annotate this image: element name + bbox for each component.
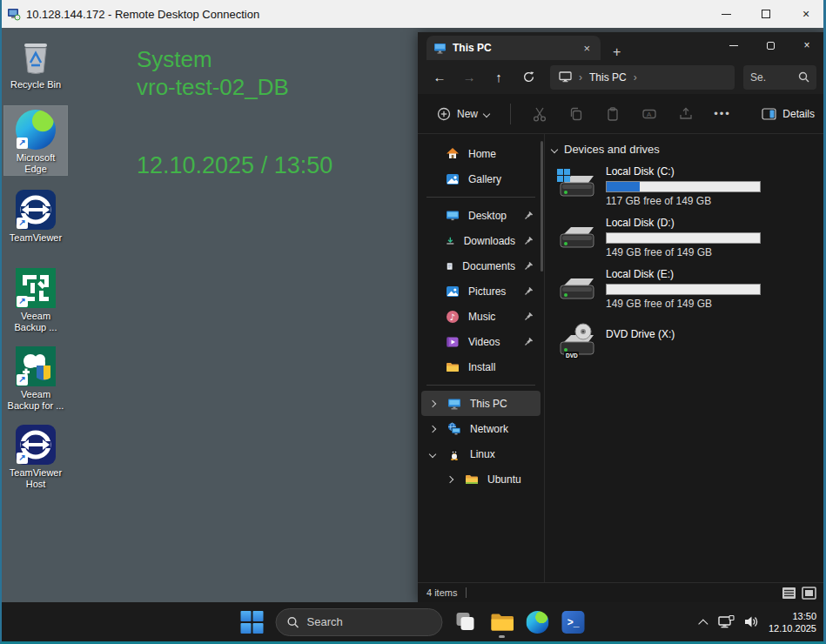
cut-button[interactable] bbox=[523, 106, 556, 122]
desktop-icon-microsoft-edge[interactable]: ↗ Microsoft Edge bbox=[4, 106, 67, 175]
chevron-right-icon[interactable] bbox=[444, 477, 456, 482]
sidebar-item-gallery[interactable]: Gallery bbox=[421, 166, 541, 191]
large-icons-view-button[interactable] bbox=[802, 587, 816, 600]
rename-button[interactable]: A bbox=[633, 106, 666, 122]
desktop-icon-teamviewer-host[interactable]: ↗ TeamViewer Host bbox=[4, 421, 67, 490]
rdp-minimize-button[interactable] bbox=[706, 0, 746, 28]
close-icon: × bbox=[803, 39, 809, 51]
tab-close-icon[interactable]: × bbox=[580, 42, 594, 55]
items-count: 4 items bbox=[426, 587, 457, 598]
desktop-icon-recycle-bin[interactable]: Recycle Bin bbox=[4, 33, 67, 91]
share-button[interactable] bbox=[669, 106, 702, 122]
taskbar-search-input[interactable]: Search bbox=[276, 608, 443, 636]
sidebar-item-pictures[interactable]: Pictures bbox=[421, 278, 541, 304]
sidebar-scrollbar[interactable] bbox=[541, 141, 543, 272]
taskbar-clock[interactable]: 13:50 12.10.2025 bbox=[769, 610, 816, 634]
pin-icon bbox=[524, 261, 534, 271]
more-options-button[interactable]: ••• bbox=[706, 107, 739, 120]
desktop-icon-veeam-backup-for[interactable]: ↗ Veeam Backup for ... bbox=[4, 343, 67, 412]
new-tab-button[interactable]: + bbox=[613, 44, 621, 60]
desktop-icon-label: TeamViewer bbox=[4, 232, 67, 244]
explorer-minimize-button[interactable] bbox=[715, 32, 752, 58]
paste-button[interactable] bbox=[596, 106, 629, 122]
refresh-button[interactable] bbox=[515, 70, 541, 84]
list-view-button[interactable] bbox=[782, 587, 796, 600]
address-bar[interactable]: › This PC › bbox=[550, 65, 735, 90]
desktop-icon-teamviewer[interactable]: ↗ TeamViewer bbox=[4, 186, 67, 244]
tray-show-hidden-icons-button[interactable] bbox=[698, 619, 708, 628]
explorer-close-button[interactable]: × bbox=[789, 32, 825, 58]
drive-item-e[interactable]: Local Disk (E:) 149 GB free of 149 GB bbox=[552, 264, 825, 315]
explorer-search-input[interactable]: Se. bbox=[743, 65, 816, 90]
edge-taskbar-button[interactable] bbox=[526, 610, 550, 634]
rdp-title: 10.128.144.172 - Remote Desktop Connecti… bbox=[26, 8, 259, 21]
sidebar-item-label: Music bbox=[468, 311, 515, 323]
rdp-maximize-button[interactable] bbox=[746, 0, 786, 28]
edge-icon: ↗ bbox=[16, 110, 56, 150]
start-button[interactable] bbox=[240, 610, 265, 634]
remote-desktop: Recycle Bin ↗ Microsoft Edge bbox=[2, 28, 823, 600]
bginfo-hostname: vro-test-02_DB bbox=[137, 73, 332, 101]
sidebar-item-ubuntu[interactable]: Ubuntu bbox=[421, 466, 541, 492]
sidebar-item-label: Desktop bbox=[468, 210, 515, 222]
drive-item-d[interactable]: Local Disk (D:) 149 GB free of 149 GB bbox=[552, 212, 825, 264]
sidebar-item-music[interactable]: ♪ Music bbox=[421, 304, 541, 329]
chevron-down-icon[interactable] bbox=[426, 452, 439, 457]
chevron-down-icon bbox=[551, 145, 558, 152]
rdp-close-button[interactable]: × bbox=[786, 0, 826, 28]
dvd-drive-icon: DVD bbox=[557, 323, 597, 358]
sidebar-item-downloads[interactable]: Downloads bbox=[421, 228, 541, 253]
this-pc-icon bbox=[559, 71, 572, 83]
sidebar-item-linux[interactable]: Linux bbox=[421, 441, 541, 466]
close-icon: × bbox=[802, 7, 809, 21]
details-toggle-button[interactable]: Details bbox=[762, 108, 815, 120]
breadcrumb-chevron-icon[interactable]: › bbox=[634, 71, 637, 84]
file-explorer-window: This PC × + × ← → ↑ › bbox=[418, 32, 825, 602]
sidebar-item-this-pc[interactable]: This PC bbox=[421, 391, 541, 416]
task-view-button[interactable] bbox=[454, 610, 479, 634]
shortcut-arrow-icon: ↗ bbox=[17, 296, 28, 307]
pictures-icon bbox=[446, 285, 460, 299]
search-icon bbox=[798, 71, 809, 83]
copy-button[interactable] bbox=[560, 106, 593, 122]
sidebar-item-home[interactable]: Home bbox=[421, 141, 541, 166]
windows-logo-icon bbox=[241, 611, 264, 634]
sidebar-item-videos[interactable]: Videos bbox=[421, 329, 541, 354]
back-button[interactable]: ← bbox=[426, 70, 453, 84]
rdp-session-window: 10.128.144.172 - Remote Desktop Connecti… bbox=[0, 0, 826, 644]
new-button[interactable]: New bbox=[428, 102, 498, 126]
drive-item-c[interactable]: Local Disk (C:) 117 GB free of 149 GB bbox=[552, 161, 825, 212]
teamviewer-icon: ↗ bbox=[16, 190, 56, 230]
sidebar-item-label: Pictures bbox=[468, 285, 515, 298]
chevron-right-icon[interactable] bbox=[426, 426, 439, 432]
capacity-bar bbox=[606, 284, 761, 295]
breadcrumb-this-pc[interactable]: This PC bbox=[589, 71, 627, 84]
sidebar-item-documents[interactable]: Documents bbox=[421, 253, 541, 278]
maximize-icon bbox=[767, 42, 775, 50]
up-button[interactable]: ↑ bbox=[486, 70, 512, 84]
sidebar-item-desktop[interactable]: Desktop bbox=[421, 203, 541, 228]
chevron-right-icon[interactable] bbox=[426, 401, 439, 406]
monitor-icon bbox=[433, 43, 447, 54]
volume-tray-icon[interactable] bbox=[744, 615, 759, 628]
explorer-maximize-button[interactable] bbox=[752, 32, 789, 58]
desktop-icon-veeam-backup[interactable]: ↗ Veeam Backup ... bbox=[4, 265, 67, 333]
maximize-icon bbox=[762, 10, 770, 18]
sidebar-item-network[interactable]: Network bbox=[421, 416, 541, 441]
drive-name: DVD Drive (X:) bbox=[606, 328, 761, 341]
search-value: Se. bbox=[750, 71, 791, 84]
powershell-taskbar-button[interactable]: >_ bbox=[561, 610, 586, 634]
shortcut-arrow-icon: ↗ bbox=[17, 218, 28, 229]
section-title: Devices and drives bbox=[564, 143, 660, 156]
file-explorer-taskbar-button[interactable] bbox=[490, 610, 514, 634]
forward-button[interactable]: → bbox=[456, 70, 482, 84]
sidebar-item-label: Ubuntu bbox=[487, 473, 541, 486]
tab-this-pc[interactable]: This PC × bbox=[426, 36, 601, 60]
tab-title: This PC bbox=[453, 42, 574, 54]
clock-time: 13:50 bbox=[769, 610, 816, 622]
sidebar-item-label: Documents bbox=[462, 260, 515, 272]
network-tray-icon[interactable] bbox=[718, 615, 735, 629]
drive-item-dvd[interactable]: DVD DVD Drive (X:) bbox=[552, 315, 825, 363]
section-devices-and-drives[interactable]: Devices and drives bbox=[552, 143, 825, 156]
sidebar-item-install[interactable]: Install bbox=[421, 354, 541, 379]
